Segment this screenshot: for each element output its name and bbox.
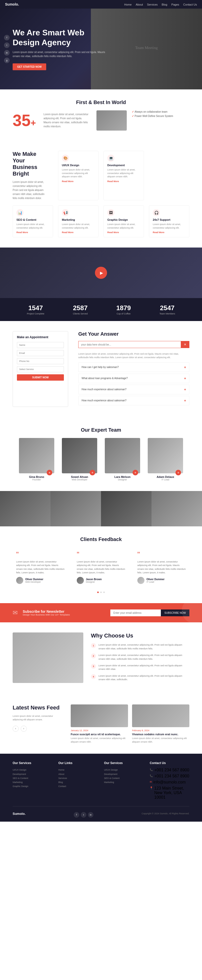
footer-service-5[interactable]: Graphic Design	[13, 784, 52, 788]
news-arrows: ‹ ›	[13, 725, 63, 732]
team-plus-lara[interactable]: +	[132, 470, 138, 475]
service-link-support[interactable]: Read More	[153, 231, 186, 234]
why-item-1: 1 Lorem ipsum dolor sit amet, consectetu…	[91, 643, 189, 651]
footer-service2-2[interactable]: Development	[104, 772, 144, 776]
footer-logo[interactable]: Sumolo.	[13, 812, 25, 816]
team-plus-sowel[interactable]: +	[90, 470, 95, 475]
nav-home[interactable]: Home	[124, 3, 132, 6]
footer-link-contact[interactable]: Contact	[58, 784, 98, 788]
business-left: We Make Your Business Bright Lorem ipsum…	[13, 151, 53, 200]
why-num-3: 3	[91, 664, 96, 669]
first-best-image	[97, 110, 127, 130]
faq-search-button[interactable]: ✕	[181, 341, 189, 348]
footer-contact-title: Contact Us	[150, 761, 189, 765]
nav-contact[interactable]: Contact Us	[183, 3, 197, 6]
first-best-right: Always on collaboration team Power Well …	[97, 110, 189, 130]
nav-blog[interactable]: Blog	[162, 3, 167, 6]
faq-expand-icon-2: +	[184, 376, 186, 380]
footer-service2-1[interactable]: UI/UX Design	[104, 768, 144, 772]
newsletter-decoration	[182, 603, 202, 622]
why-num-1: 1	[91, 643, 96, 648]
news-card-title-2[interactable]: Vivamus sodales rutrum erat nunc.	[132, 733, 189, 736]
portfolio-item-1[interactable]	[0, 491, 51, 527]
phone-icon-2: 📞	[150, 775, 153, 777]
appointment-name-input[interactable]	[17, 342, 64, 348]
faq-item-3[interactable]: How much experience about salesman? +	[78, 385, 189, 394]
appointment-service-input[interactable]	[17, 366, 64, 372]
footer-service-4[interactable]: Marketing	[13, 780, 52, 784]
portfolio-item-3[interactable]	[101, 491, 151, 527]
navbar-logo[interactable]: Sumolo.	[5, 2, 19, 6]
author-title-1: Web Developer	[25, 581, 43, 583]
footer-logo-text: Sumolo.	[13, 812, 25, 816]
facebook-icon[interactable]: f	[4, 35, 10, 40]
service-link-marketing[interactable]: Read More	[62, 231, 95, 234]
author-info-3: Oliver Dummer IT Lead	[146, 578, 165, 583]
team-photo-sowel: +	[62, 438, 97, 473]
portfolio-item-4[interactable]	[151, 491, 202, 527]
first-best-list: Always on collaboration team Power Well …	[132, 110, 173, 130]
appointment-submit-button[interactable]: SUBMIT NOW	[17, 374, 64, 381]
footer-phone-text-2: +001 234 567 8900	[154, 774, 189, 778]
team-photo-gina: +	[19, 438, 54, 473]
author-name-1: Oliver Dummer	[25, 578, 43, 581]
newsletter-email-input[interactable]	[110, 609, 161, 616]
footer-link-blog[interactable]: Blog	[58, 780, 98, 784]
team-plus-gina[interactable]: +	[47, 470, 52, 475]
team-name-lara: Lara Melson	[103, 475, 142, 478]
faq-item-2[interactable]: What about loan programs & Advantage? +	[78, 374, 189, 383]
appointment-phone-input[interactable]	[17, 358, 64, 364]
nav-services[interactable]: Services	[147, 3, 157, 6]
news-prev-button[interactable]: ‹	[13, 725, 19, 732]
faq-search-input[interactable]	[78, 341, 181, 348]
faq-item-4[interactable]: How much experience about salesman? +	[78, 396, 189, 406]
play-button[interactable]	[95, 267, 107, 279]
dot-3[interactable]	[103, 592, 105, 593]
team-plus-adam[interactable]: +	[175, 470, 181, 475]
footer-service2-3[interactable]: SEO & Content	[104, 776, 144, 780]
footer-link-home[interactable]: Home	[58, 768, 98, 772]
service-link-graphic[interactable]: Read More	[107, 231, 140, 234]
why-text-3: Lorem ipsum dolor sit amet, consectetur …	[99, 664, 189, 671]
google-icon[interactable]: g	[4, 57, 10, 63]
footer-service2-4[interactable]: Marketing	[104, 780, 144, 784]
footer-link-services[interactable]: Services	[58, 776, 98, 780]
team-section: Our Expert Team + Gina Bruno Founder + S…	[0, 417, 202, 491]
service-link-uiux[interactable]: Read More	[62, 180, 95, 183]
hero-cta-button[interactable]: GET STARTED NOW	[13, 64, 46, 70]
footer-link-about[interactable]: About	[58, 772, 98, 776]
footer-service-3[interactable]: SEO & Content	[13, 776, 52, 780]
service-link-seo[interactable]: Read More	[16, 231, 49, 234]
first-best-title: First & Best In World	[76, 100, 126, 105]
footer-service-1[interactable]: UI/UX Design	[13, 768, 52, 772]
portfolio-item-2[interactable]	[51, 491, 101, 527]
linkedin-icon[interactable]: in	[4, 50, 10, 56]
nav-about[interactable]: About	[135, 3, 143, 6]
appointment-email-input[interactable]	[17, 350, 64, 356]
news-next-button[interactable]: ›	[21, 725, 27, 732]
news-image-2	[132, 705, 189, 727]
stat-number-projects: 1547	[27, 304, 45, 312]
twitter-icon[interactable]: t	[4, 43, 10, 48]
footer-twitter-icon[interactable]: t	[81, 812, 86, 818]
nav-pages[interactable]: Pages	[171, 3, 179, 6]
faq-item-1[interactable]: How can I get help by salesman? +	[78, 363, 189, 372]
footer-linkedin-icon[interactable]: in	[88, 812, 94, 818]
why-text-1: Lorem ipsum dolor sit amet, consectetur …	[99, 643, 189, 651]
feedback-author-3: Oliver Dummer IT Lead	[137, 577, 186, 584]
list-item-1: Always on collaboration team	[132, 110, 173, 113]
service-link-dev[interactable]: Read More	[107, 180, 140, 183]
news-card-title-1[interactable]: Fusce suscipit arcu vit id scelerisque.	[71, 733, 128, 736]
news-image-1	[71, 705, 128, 727]
footer-service-2[interactable]: Development	[13, 772, 52, 776]
news-cards: January 12, 2024 Fusce suscipit arcu vit…	[71, 705, 189, 744]
dot-2[interactable]	[100, 592, 102, 593]
faq-question-1: How can I get help by salesman?	[81, 366, 119, 369]
quote-icon-2: "	[77, 551, 125, 558]
dot-1[interactable]	[97, 592, 99, 593]
business-section: We Make Your Business Bright Lorem ipsum…	[0, 141, 202, 248]
logo-text: Sumolo.	[5, 2, 19, 6]
navbar: Sumolo. Home About Services Blog Pages C…	[0, 0, 202, 9]
footer-facebook-icon[interactable]: f	[74, 812, 79, 818]
big-number: 35	[13, 111, 30, 130]
